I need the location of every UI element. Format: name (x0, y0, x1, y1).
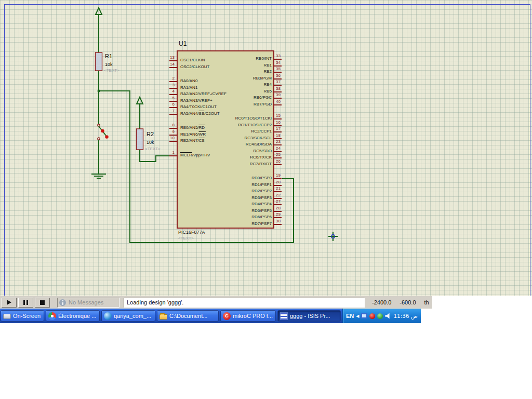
pin-name: RB6/PGC (194, 96, 272, 100)
pin-stub[interactable] (274, 72, 282, 73)
pin-stub[interactable] (169, 141, 177, 142)
red-status-icon[interactable] (369, 313, 375, 319)
pin-stub[interactable] (274, 144, 282, 145)
pin-name: RC5/SDO (194, 149, 272, 153)
pin-stub[interactable] (169, 155, 177, 156)
taskbar-button-4[interactable]: C:\Document... (157, 310, 219, 322)
pin-number: 1 (160, 150, 175, 155)
pin-number: 34 (276, 60, 290, 65)
stop-button[interactable] (35, 298, 50, 308)
pin-number: 28 (276, 206, 290, 210)
green-status-icon[interactable] (377, 313, 383, 319)
pin-number: 22 (276, 193, 290, 197)
play-button[interactable] (2, 298, 17, 308)
pin-name: RD5/PSP5 (194, 209, 272, 213)
pin-stub[interactable] (274, 104, 282, 105)
status-message-panel: Loading design 'gggg'. (124, 298, 365, 308)
pin-number: 20 (276, 180, 290, 184)
taskbar-button-label: On-Screen K... (13, 313, 42, 319)
pin-number: 4 (160, 89, 175, 94)
taskbar-button-1[interactable]: On-Screen K... (1, 310, 44, 322)
pin-stub[interactable] (274, 131, 282, 132)
pin-name: RC0/T1OSO/T1CKI (194, 116, 272, 121)
u1-ref-label: U1 (179, 40, 187, 47)
pin-number: 5 (160, 96, 175, 100)
play-icon (7, 300, 11, 305)
pin-stub[interactable] (169, 60, 177, 61)
system-tray: EN ◀ 11:36 ص (342, 309, 421, 323)
pin-stub[interactable] (274, 59, 282, 60)
pin-name: RA5/AN4/SS/C2OUT (180, 112, 258, 116)
r1-text-placeholder: <TEXT> (104, 68, 119, 73)
pin-stub[interactable] (274, 178, 282, 179)
u1-device-label: PIC16F877A (178, 230, 205, 235)
pin-stub[interactable] (169, 94, 177, 95)
u1-text-placeholder: <TEXT> (178, 236, 194, 241)
pin-stub[interactable] (274, 157, 282, 158)
screen: 13OSC1/CLKIN14OSC2/CLKOUT2RA0/AN03RA1/AN… (0, 0, 532, 399)
mikroc-icon: C (223, 312, 231, 320)
pause-button[interactable] (18, 298, 33, 308)
pin-name: RC6/TX/CK (194, 155, 272, 159)
taskbar-button-6[interactable]: gggg - ISIS Pr... (277, 310, 341, 322)
schematic-canvas[interactable]: 13OSC1/CLKIN14OSC2/CLKOUT2RA0/AN03RA1/AN… (0, 0, 532, 296)
coordinate-readout: -2400.0 -600.0 th (372, 299, 429, 305)
pin-stub[interactable] (274, 224, 282, 225)
volume-icon[interactable] (385, 313, 391, 319)
pin-stub[interactable] (169, 67, 177, 68)
pin-number: 18 (276, 133, 290, 138)
pin-name: RB0/INT (194, 57, 272, 61)
pin-stub[interactable] (274, 204, 282, 205)
pin-name: RB4 (194, 83, 272, 87)
pin-number: 27 (276, 199, 290, 204)
pin-stub[interactable] (274, 217, 282, 218)
r1-ref-label: R1 (105, 53, 112, 59)
taskbar: On-Screen K...Électronique ...qariya_com… (0, 309, 416, 323)
pin-number: 10 (160, 136, 175, 140)
pin-number: 39 (276, 92, 290, 97)
taskbar-button-label: qariya_com_... (114, 313, 151, 319)
r2-ref-label: R2 (147, 131, 154, 137)
status-message: Loading design 'gggg'. (127, 299, 183, 305)
language-indicator[interactable]: EN (346, 313, 354, 319)
pin-stub[interactable] (169, 114, 177, 115)
pin-name: RC7/RX/DT (194, 162, 272, 166)
pin-name: RD2/PSP2 (194, 189, 272, 193)
r2-text-placeholder: <TEXT> (145, 147, 161, 151)
taskbar-button-5[interactable]: CmikroC PRO f... (220, 310, 276, 322)
pin-number: 19 (276, 173, 290, 178)
info-icon (59, 299, 66, 306)
isis-icon (280, 312, 288, 320)
display-icon[interactable] (361, 313, 367, 318)
pin-number: 40 (276, 99, 290, 104)
taskbar-button-2[interactable]: Électronique ... (46, 310, 100, 322)
keyboard-icon (3, 314, 11, 319)
pin-number: 8 (160, 123, 175, 127)
pin-number: 24 (276, 146, 290, 151)
pin-stub[interactable] (169, 128, 177, 129)
taskbar-button-3[interactable]: qariya_com_... (101, 310, 155, 322)
pin-number: 13 (160, 55, 175, 60)
pin-stub[interactable] (169, 107, 177, 108)
pin-stub[interactable] (274, 164, 282, 165)
pin-stub[interactable] (169, 81, 177, 82)
pause-icon (23, 300, 28, 305)
pin-number: 29 (276, 212, 290, 217)
pin-number: 36 (276, 73, 290, 78)
pin-stub[interactable] (274, 191, 282, 192)
message-status-panel: No Messages (57, 298, 119, 308)
pin-number: 7 (160, 109, 175, 113)
pin-stub[interactable] (274, 118, 282, 119)
pin-stub[interactable] (274, 85, 282, 86)
pin-number: 14 (160, 62, 175, 66)
pin-number: 15 (276, 113, 290, 118)
hide-icons-chevron-icon[interactable]: ◀ (356, 314, 359, 318)
pin-name: RD4/PSP4 (194, 202, 272, 206)
pin-number: 6 (160, 102, 175, 107)
pin-name: RC4/SDI/SDA (194, 142, 272, 147)
taskbar-button-label: mikroC PRO f... (233, 313, 273, 319)
pin-stub[interactable] (274, 98, 282, 99)
pin-number: 25 (276, 152, 290, 157)
clock[interactable]: 11:36 ص (393, 313, 417, 319)
pin-number: 21 (276, 186, 290, 191)
